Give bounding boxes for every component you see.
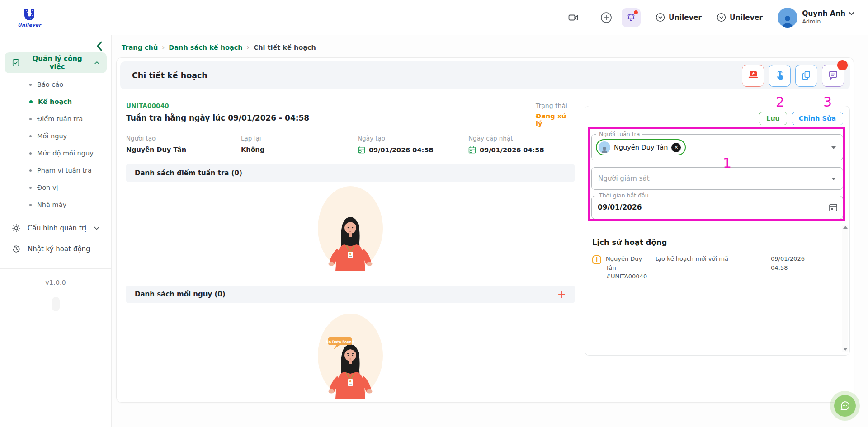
bullet-icon xyxy=(29,84,32,86)
org-selector-label: Unilever xyxy=(730,14,763,22)
sidebar-footer: v1.0.0 xyxy=(0,268,111,311)
breadcrumb-plan-list[interactable]: Danh sách kế hoạch xyxy=(169,44,242,51)
start-date-value: 09/01/2026 xyxy=(598,203,642,211)
sidebar-item-label: Phạm vi tuần tra xyxy=(37,167,92,174)
sidebar-item-diem-tuan-tra[interactable]: Điểm tuần tra xyxy=(21,110,111,127)
user-role: Admin xyxy=(802,18,854,25)
sidebar-item-nha-may[interactable]: Nhà máy xyxy=(21,196,111,213)
hazards-section-header: Danh sách mối nguy (0) + xyxy=(126,286,575,303)
add-hazard-button[interactable]: + xyxy=(557,289,566,300)
chip-avatar xyxy=(599,141,610,153)
sidebar-item-label: Đơn vị xyxy=(37,184,58,191)
divider xyxy=(648,7,648,28)
app-header: Unilever xyxy=(0,0,868,35)
breadcrumb-current: Chi tiết kế hoạch xyxy=(254,44,316,51)
calendar-check-icon xyxy=(358,146,365,154)
plan-code: UNITA00040 xyxy=(126,102,534,109)
history-action: tạo kế hoạch mới với mã xyxy=(656,254,766,263)
history-code: #UNITA00040 xyxy=(606,273,647,280)
bullet-icon xyxy=(29,118,32,120)
meta-value: 09/01/2026 04:58 xyxy=(369,146,434,154)
sidebar-group-label: Quản lý công việc xyxy=(27,55,88,71)
breadcrumb-home[interactable]: Trang chủ xyxy=(122,44,158,51)
notifications-button[interactable] xyxy=(622,8,641,27)
meta-label: Người tạo xyxy=(126,135,241,142)
meta-label: Ngày tạo xyxy=(358,135,468,142)
support-chat-button[interactable] xyxy=(830,391,860,421)
unilever-logo[interactable]: Unilever xyxy=(15,8,43,28)
person-icon xyxy=(600,146,609,153)
annotation-number-3: 3 xyxy=(823,94,832,110)
empty-illustration-no-data: No Data Found xyxy=(316,313,384,399)
breadcrumb-separator: › xyxy=(162,43,165,52)
sidebar-item-ke-hoach[interactable]: Kế hoạch xyxy=(21,93,111,110)
user-menu[interactable]: Quynh Anh Admin xyxy=(778,8,854,28)
comments-button[interactable] xyxy=(822,65,844,87)
meta-value: Nguyễn Duy Tân xyxy=(126,146,241,153)
scroll-down-icon[interactable] xyxy=(843,348,848,351)
svg-text:No Data Found: No Data Found xyxy=(326,340,354,344)
export-report-button[interactable] xyxy=(742,65,764,87)
sidebar-submenu: Báo cáo Kế hoạch Điểm tuần tra Mối nguy … xyxy=(21,76,111,213)
start-date-field[interactable]: Thời gian bắt đầu 09/01/2026 xyxy=(591,196,843,219)
activity-history: Lịch sử hoạt động Nguyễn Duy Tân #UNITA0… xyxy=(591,238,843,281)
circle-chevron-down-icon xyxy=(717,13,726,22)
assign-button[interactable] xyxy=(769,65,791,87)
main-content: Trang chủ › Danh sách kế hoạch › Chi tiế… xyxy=(112,35,868,427)
history-date: 09/01/2026 xyxy=(771,255,805,262)
plan-title: Tuần tra hằng ngày lúc 09/01/2026 - 04:5… xyxy=(126,113,534,122)
video-call-button[interactable] xyxy=(564,9,582,27)
bullet-icon xyxy=(29,169,32,172)
sidebar-item-bao-cao[interactable]: Báo cáo xyxy=(21,76,111,93)
sidebar-item-don-vi[interactable]: Đơn vị xyxy=(21,179,111,196)
supervisor-placeholder: Người giám sát xyxy=(598,174,650,183)
notification-badge xyxy=(634,10,638,14)
edit-button[interactable]: Chỉnh Sửa xyxy=(792,112,843,125)
supervisor-select-field[interactable]: Người giám sát xyxy=(591,167,843,190)
chat-bubble-wrap xyxy=(834,395,856,417)
quick-add-button[interactable] xyxy=(597,9,615,27)
meta-label: Lặp lại xyxy=(241,135,358,142)
bullet-icon xyxy=(29,204,32,206)
save-button[interactable]: Lưu xyxy=(759,112,787,125)
dropdown-caret-icon xyxy=(831,146,836,149)
status-block: Trạng thái Đang xử lý xyxy=(536,102,575,127)
comment-badge xyxy=(837,60,848,70)
sidebar-item-muc-do-moi-nguy[interactable]: Mức độ mối nguy xyxy=(21,145,111,162)
patroller-chip-name: Nguyễn Duy Tân xyxy=(614,144,668,151)
scroll-indicator[interactable] xyxy=(52,297,60,311)
meta-value: Không xyxy=(241,146,358,153)
org-selector-secondary[interactable]: Unilever xyxy=(717,13,763,22)
open-datepicker-button[interactable] xyxy=(829,203,838,212)
sidebar-group-work-management[interactable]: Quản lý công việc xyxy=(5,52,107,73)
history-user: Nguyễn Duy Tân xyxy=(606,255,642,271)
sidebar-item-moi-nguy[interactable]: Mối nguy xyxy=(21,127,111,145)
org-selector-label: Unilever xyxy=(669,14,702,22)
sidebar-group-activity-log[interactable]: Nhật ký hoạt động xyxy=(5,239,107,259)
bullet-icon xyxy=(29,187,32,189)
remove-patroller-icon[interactable] xyxy=(671,143,681,152)
plan-edit-panel: Lưu Chỉnh Sửa Người tuần tra xyxy=(585,106,850,356)
dropdown-caret-icon xyxy=(831,178,836,180)
video-camera-icon xyxy=(568,12,579,23)
patroller-chip: Nguyễn Duy Tân xyxy=(596,139,686,155)
scroll-up-icon[interactable] xyxy=(843,226,848,229)
sidebar-item-pham-vi-tuan-tra[interactable]: Phạm vi tuần tra xyxy=(21,162,111,179)
sidebar-item-label: Báo cáo xyxy=(37,81,63,88)
document-check-icon xyxy=(12,58,20,67)
meta-value: 09/01/2026 04:58 xyxy=(480,146,544,154)
history-scrollbar[interactable] xyxy=(842,225,848,352)
duplicate-button[interactable] xyxy=(795,65,817,87)
patroller-select-field[interactable]: Người tuần tra Nguyễn Duy Tân xyxy=(591,134,843,160)
sidebar-collapse-button[interactable] xyxy=(96,41,103,52)
patroller-field-label: Người tuần tra xyxy=(596,131,642,137)
status-label: Trạng thái xyxy=(536,102,575,109)
comment-icon xyxy=(828,70,839,81)
activity-history-title: Lịch sử hoạt động xyxy=(592,238,842,247)
divider xyxy=(770,7,770,28)
org-selector-primary[interactable]: Unilever xyxy=(656,13,702,22)
hand-pointer-icon xyxy=(774,70,785,81)
sidebar-group-admin-config[interactable]: Cấu hình quản trị xyxy=(5,218,107,239)
hazards-empty-state: No Data Found xyxy=(126,303,575,399)
sidebar-item-label: Điểm tuần tra xyxy=(37,115,83,122)
